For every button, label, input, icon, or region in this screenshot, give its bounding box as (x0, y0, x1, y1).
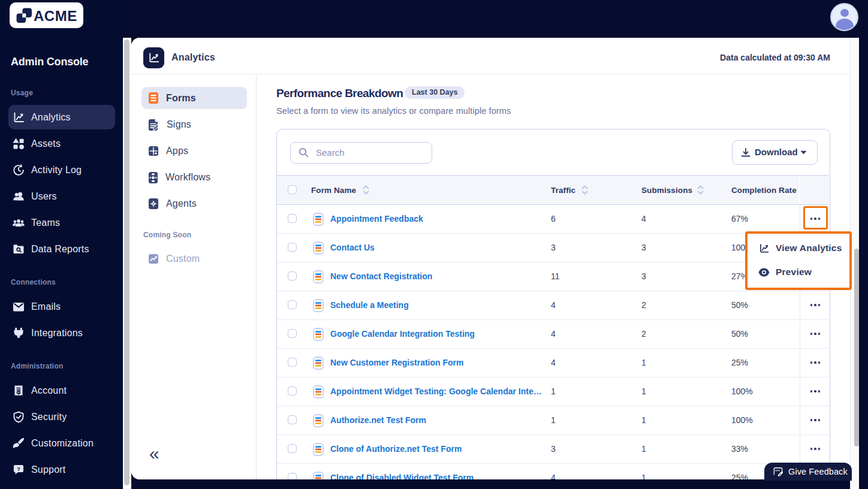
svg-text:$: $ (17, 391, 19, 394)
svg-text:?: ? (17, 466, 20, 472)
